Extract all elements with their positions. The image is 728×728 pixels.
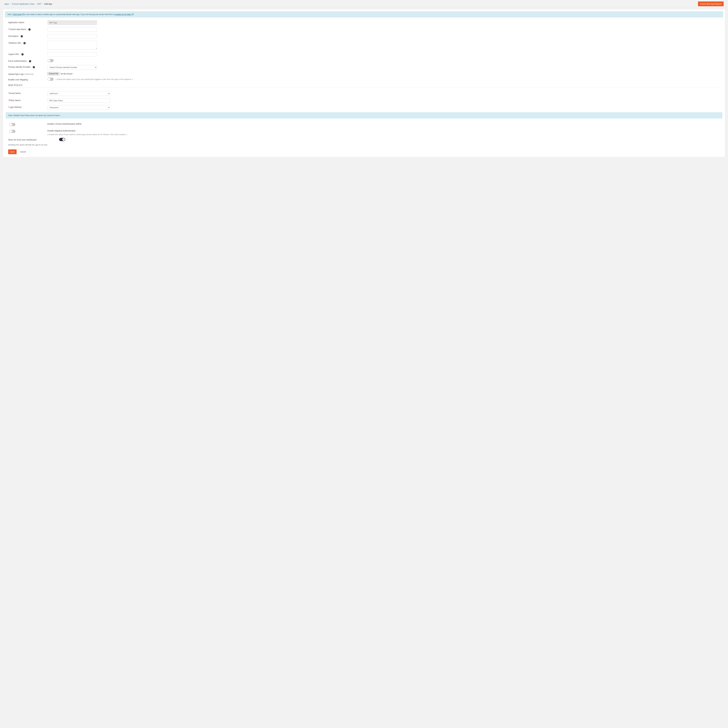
user-mapping-hint: ( Check this option only if you are send…: [56, 78, 133, 80]
label-force-auth: Force Authentication : i: [8, 59, 47, 62]
form-actions: Save Cancel: [8, 149, 720, 154]
label-show-dashboard: Show On End User Dashboard:: [8, 139, 37, 141]
note-link-click-here[interactable]: Click here: [13, 13, 24, 15]
row-redirect-url: *Redirect-URL : i: [8, 41, 720, 50]
force-auth-toggle[interactable]: [47, 59, 54, 62]
login-method-select[interactable]: Password: [47, 105, 110, 110]
label-logout-url: Logout-URL : i: [8, 52, 47, 55]
note-banner: Note: Click here to see steps to add a m…: [5, 11, 723, 17]
dashboard-hint: Disabling this option will hide this app…: [8, 144, 720, 146]
description-input[interactable]: [47, 34, 97, 38]
cancel-button[interactable]: Cancel: [18, 149, 28, 154]
breadcrumb-current: Add App: [44, 3, 52, 5]
page-root: Apps / Choose Application Type / JWT / A…: [0, 0, 728, 160]
label-group-name: *Group Name :: [8, 91, 47, 94]
label-enable-user-mapping: Enable User Mapping :: [8, 78, 47, 81]
user-mapping-toggle[interactable]: [47, 78, 54, 81]
note-mobile-policy: Note: Mobile Only Policy does not allow …: [6, 112, 722, 119]
section-divider: [8, 87, 720, 88]
row-custom-app-name: *Custom App Name : i: [8, 27, 720, 32]
info-icon[interactable]: i: [21, 53, 24, 55]
breadcrumb-choose-type[interactable]: Choose Application Type: [12, 3, 34, 5]
row-description: Description : i: [8, 34, 720, 38]
label-redirect-url: *Redirect-URL : i: [8, 41, 47, 44]
top-bar: Apps / Choose Application Type / JWT / A…: [0, 0, 728, 8]
label-login-method: *Login Method :: [8, 105, 47, 108]
info-icon[interactable]: i: [21, 35, 23, 37]
policy-name-input[interactable]: [47, 98, 110, 103]
row-application-name: Application Name :: [8, 20, 720, 25]
breadcrumb: Apps / Choose Application Type / JWT / A…: [5, 3, 52, 5]
label-upload-logo: Upload App Logo (Optional):: [8, 72, 47, 75]
application-name-input: [47, 20, 97, 25]
row-show-dashboard: Show On End User Dashboard:: [8, 138, 720, 142]
row-group-name: *Group Name : DEFAULT: [8, 91, 720, 96]
primary-idp-select[interactable]: Select Primary Identity Provider: [47, 65, 97, 70]
adaptive-hint: ( Enable this option if you want to rest…: [47, 133, 127, 136]
breadcrumb-sep: /: [35, 3, 36, 5]
row-force-auth: Force Authentication : i: [8, 59, 720, 63]
info-icon[interactable]: i: [29, 60, 31, 62]
label-application-name: Application Name :: [8, 20, 47, 24]
breadcrumb-sep: /: [43, 3, 43, 5]
choose-file-button[interactable]: Choose File: [47, 72, 60, 75]
info-icon[interactable]: i: [33, 66, 35, 68]
note-prefix: Note:: [8, 13, 13, 15]
note-link-contact[interactable]: contact us for help.: [115, 13, 134, 15]
row-enable-adaptive: Enable Adaptive Authentication ( Enable …: [8, 129, 720, 136]
row-policy-name: *Policy Name :: [8, 98, 720, 103]
file-chosen-status: No file chosen: [61, 73, 72, 75]
info-icon[interactable]: i: [28, 28, 31, 31]
label-custom-app-name: *Custom App Name : i: [8, 27, 47, 31]
external-link-icon: [132, 14, 134, 15]
label-enable-mfa: Enable 2-Factor Authentication (MFA): [17, 122, 81, 125]
label-enable-adaptive: Enable Adaptive Authentication: [47, 129, 127, 132]
custom-app-name-input[interactable]: [47, 27, 97, 32]
form-card: Note: Click here to see steps to add a m…: [3, 9, 725, 157]
label-description: Description : i: [8, 34, 47, 37]
breadcrumb-sep: /: [10, 3, 11, 5]
label-primary-idp: Primary Identity Provider : i: [8, 65, 47, 68]
form-body-lower: Enable 2-Factor Authentication (MFA) Ena…: [3, 122, 725, 154]
row-enable-mfa: Enable 2-Factor Authentication (MFA): [8, 122, 720, 127]
row-login-method: *Login Method : Password: [8, 105, 720, 110]
group-name-select[interactable]: DEFAULT: [47, 91, 110, 96]
breadcrumb-jwt[interactable]: JWT: [37, 3, 41, 5]
redirect-url-input[interactable]: [47, 41, 97, 49]
form-body: Application Name : *Custom App Name : i …: [3, 20, 725, 110]
section-title-add-policy: ADD POLICY: [8, 84, 720, 87]
show-dashboard-toggle[interactable]: [59, 138, 65, 141]
row-enable-user-mapping: Enable User Mapping : ( Check this optio…: [8, 78, 720, 81]
mfa-toggle[interactable]: [9, 123, 15, 126]
row-logout-url: Logout-URL : i: [8, 52, 720, 57]
note-mid: to see steps to add a mobile app or a ja…: [24, 13, 115, 15]
info-icon[interactable]: i: [23, 42, 26, 44]
adaptive-auth-toggle[interactable]: [9, 130, 15, 133]
external-link-icon: [22, 14, 24, 15]
breadcrumb-apps[interactable]: Apps: [5, 3, 9, 5]
row-primary-idp: Primary Identity Provider : i Select Pri…: [8, 65, 720, 70]
label-policy-name: *Policy Name :: [8, 98, 47, 101]
save-button[interactable]: Save: [8, 149, 17, 154]
submit-app-request-button[interactable]: Submit New App Request: [698, 2, 723, 6]
logout-url-input[interactable]: [47, 52, 97, 57]
row-upload-logo: Upload App Logo (Optional): Choose File …: [8, 72, 720, 75]
